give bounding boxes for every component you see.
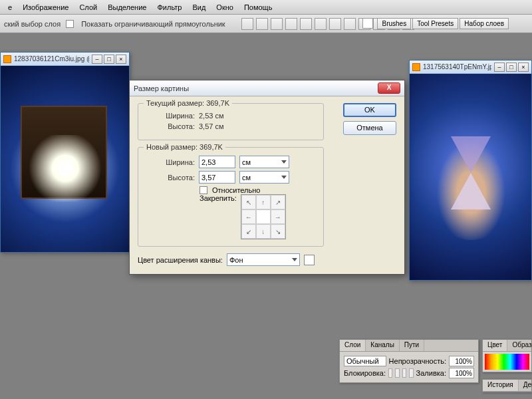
lock-pos-icon[interactable] (402, 368, 406, 378)
align-icon[interactable] (315, 18, 327, 30)
palette-dock-icon[interactable] (362, 18, 373, 29)
current-height-value: 3,57 см (199, 122, 224, 130)
menu-item[interactable]: Изображение (17, 2, 74, 13)
width-label: Ширина: (145, 158, 195, 166)
height-unit-dropdown[interactable]: см (239, 171, 289, 184)
color-panel[interactable]: Цвет Образцы (482, 339, 532, 372)
doc2-canvas[interactable] (410, 74, 531, 280)
tool-presets-tab[interactable]: Tool Presets (412, 18, 458, 29)
image-content (451, 136, 491, 209)
maximize-button[interactable]: □ (104, 55, 114, 64)
chevron-down-icon (292, 258, 297, 261)
chevron-down-icon (281, 176, 287, 179)
menu-item[interactable]: Слой (74, 2, 102, 13)
doc1-titlebar[interactable]: 12837036121Cm3iu.jpg @ 100%... – □ × (1, 53, 129, 66)
opacity-label: Непрозрачность: (389, 357, 446, 365)
color-swatch[interactable] (304, 255, 315, 265)
swatches-tab[interactable]: Образцы (507, 340, 532, 351)
current-size-group: Текущий размер: 369,7K Ширина: 2,53 см В… (138, 103, 324, 140)
maximize-button[interactable]: □ (506, 63, 517, 72)
new-width-input[interactable] (199, 156, 235, 168)
anchor-se[interactable]: ↘ (271, 224, 285, 239)
lock-pixels-icon[interactable] (395, 368, 399, 378)
dialog-close-button[interactable]: X (378, 82, 400, 94)
anchor-e[interactable]: → (271, 209, 285, 224)
relative-checkbox[interactable] (200, 186, 207, 194)
menu-item[interactable]: Помощь (239, 2, 278, 13)
close-button[interactable]: × (518, 63, 529, 72)
new-height-input[interactable] (199, 171, 235, 184)
fill-input[interactable] (449, 368, 474, 378)
auto-select-label: ский выбор слоя (4, 20, 61, 28)
ok-button[interactable]: OK (343, 103, 396, 117)
anchor-w[interactable]: ← (241, 209, 256, 224)
align-icon[interactable] (300, 18, 312, 30)
options-bar: ский выбор слоя Показать ограничивающий … (0, 15, 532, 33)
dialog-titlebar[interactable]: Размер картины X (130, 80, 404, 96)
history-panel[interactable]: История Дейс (482, 379, 532, 392)
lock-trans-icon[interactable] (388, 368, 392, 378)
doc1-canvas[interactable] (1, 66, 129, 252)
anchor-nw[interactable]: ↖ (241, 195, 256, 209)
cancel-button[interactable]: Отмена (343, 121, 396, 135)
height-label: Высота: (145, 122, 195, 130)
width-unit-dropdown[interactable]: см (239, 156, 289, 168)
blend-mode-value: Обычный (346, 357, 379, 365)
minimize-button[interactable]: – (92, 55, 102, 64)
extension-color-dropdown[interactable]: Фон (227, 253, 300, 266)
channels-tab[interactable]: Каналы (366, 340, 400, 351)
opacity-input[interactable] (449, 356, 474, 366)
menu-item[interactable]: Вид (187, 2, 211, 13)
anchor-grid[interactable]: ↖↑↗ ←→ ↙↓↘ (241, 194, 286, 239)
canvas-size-dialog: Размер картины X OK Отмена Текущий разме… (129, 80, 405, 275)
anchor-n[interactable]: ↑ (256, 195, 271, 209)
color-ramp[interactable] (485, 354, 529, 370)
align-icon[interactable] (271, 18, 283, 30)
main-menu[interactable]: е Изображение Слой Выделение Фильтр Вид … (0, 0, 532, 15)
image-content (25, 135, 105, 201)
doc1-title: 12837036121Cm3iu.jpg @ 100%... (14, 55, 89, 63)
anchor-center[interactable] (256, 209, 271, 224)
new-size-value: 369,7K (200, 143, 223, 151)
dialog-title: Размер картины (134, 84, 378, 92)
unit-value: см (242, 158, 251, 166)
menu-item[interactable]: е (3, 2, 17, 13)
show-bounds-label: Показать ограничивающий прямоугольник (81, 20, 225, 28)
anchor-sw[interactable]: ↙ (241, 224, 256, 239)
lock-all-icon[interactable] (409, 368, 413, 378)
align-icon[interactable] (285, 18, 297, 30)
align-icon[interactable] (344, 18, 356, 30)
actions-tab[interactable]: Дейс (519, 380, 532, 391)
current-size-label: Текущий размер: (146, 99, 204, 107)
extension-color-label: Цвет расширения канвы: (138, 256, 223, 264)
show-bounds-checkbox[interactable] (66, 20, 74, 28)
history-tab[interactable]: История (483, 380, 519, 391)
paths-tab[interactable]: Пути (400, 340, 424, 351)
brushes-tab[interactable]: Brushes (377, 18, 411, 29)
menu-item[interactable]: Окно (211, 2, 239, 13)
document-window-1[interactable]: 12837036121Cm3iu.jpg @ 100%... – □ × (0, 52, 130, 253)
doc2-title: 1317563140TpENmY.jpg @ 100... (423, 63, 491, 70)
chevron-down-icon (281, 160, 287, 164)
document-window-2[interactable]: 1317563140TpENmY.jpg @ 100... – □ × (409, 60, 532, 281)
relative-label: Относительно (212, 186, 260, 194)
extension-color-value: Фон (229, 256, 243, 264)
anchor-s[interactable]: ↓ (256, 224, 271, 239)
file-icon (3, 55, 11, 63)
anchor-ne[interactable]: ↗ (271, 195, 285, 209)
fill-label: Заливка: (416, 369, 446, 377)
current-size-value: 369,7K (206, 99, 229, 107)
layer-sets-tab[interactable]: Набор слоев (460, 18, 509, 29)
menu-item[interactable]: Фильтр (152, 2, 187, 13)
blend-mode-dropdown[interactable]: Обычный (344, 356, 386, 366)
minimize-button[interactable]: – (494, 63, 505, 72)
color-tab[interactable]: Цвет (483, 340, 507, 351)
menu-item[interactable]: Выделение (102, 2, 152, 13)
align-icon[interactable] (329, 18, 341, 30)
layers-tab[interactable]: Слои (340, 340, 366, 351)
close-button[interactable]: × (116, 55, 126, 64)
doc2-titlebar[interactable]: 1317563140TpENmY.jpg @ 100... – □ × (410, 61, 531, 74)
align-icon[interactable] (256, 18, 268, 30)
layers-panel[interactable]: Слои Каналы Пути Обычный Непрозрачность:… (339, 339, 479, 383)
align-icon[interactable] (241, 18, 253, 30)
